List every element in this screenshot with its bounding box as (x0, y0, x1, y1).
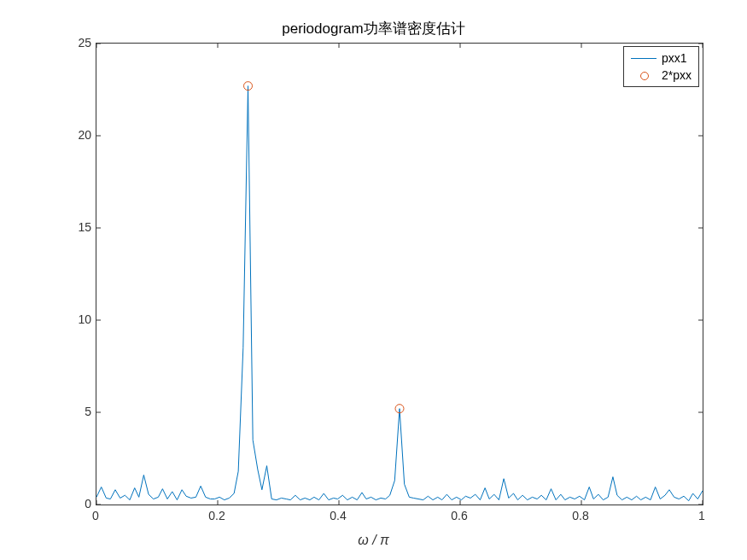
y-tick-label: 10 (40, 312, 91, 326)
y-tick-label: 20 (40, 128, 91, 142)
x-tick-label: 0.2 (200, 509, 234, 522)
legend-circle-icon (631, 69, 657, 81)
legend-line-icon (631, 52, 657, 64)
x-tick-label: 0.4 (321, 509, 355, 522)
y-tick-label: 5 (40, 405, 91, 418)
legend-entry-2pxx: 2*pxx (631, 67, 692, 84)
x-tick-label: 0 (79, 509, 113, 522)
y-tick-label: 25 (40, 36, 91, 50)
y-tick-label: 15 (40, 220, 91, 234)
plot-svg (96, 44, 703, 505)
x-tick-label: 0.8 (563, 509, 598, 522)
plot-area (96, 43, 703, 505)
chart-title: periodogram功率谱密度估计 (0, 19, 747, 38)
line-series-pxx1 (96, 86, 703, 501)
chart-container: periodogram功率谱密度估计 0510152025 00.20.40.6… (0, 0, 747, 560)
x-tick-label: 0.6 (442, 509, 476, 522)
x-tick-label: 1 (685, 509, 719, 522)
legend-entry-pxx1: pxx1 (631, 50, 692, 67)
legend-label: 2*pxx (662, 68, 692, 82)
legend: pxx1 2*pxx (623, 46, 699, 87)
x-axis-label: ω / π (0, 533, 747, 548)
legend-label: pxx1 (662, 51, 687, 65)
